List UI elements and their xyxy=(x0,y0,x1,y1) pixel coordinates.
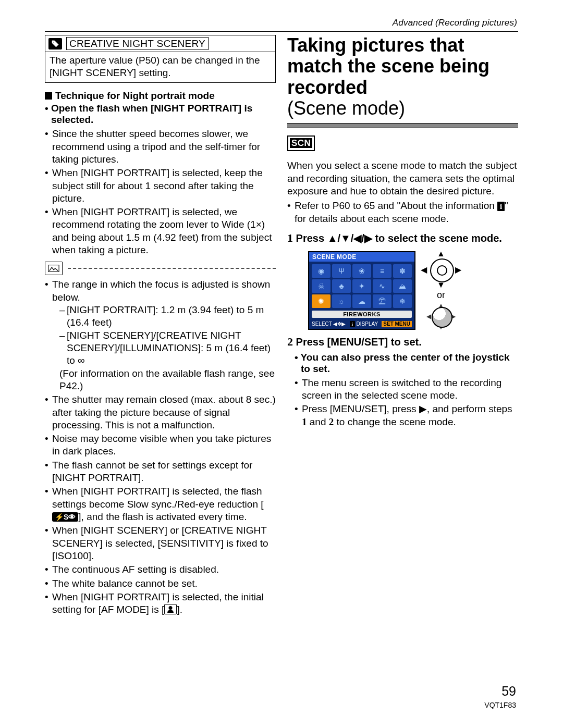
note-divider xyxy=(45,262,276,275)
sub-bullet: [NIGHT SCENERY]/[CREATIVE NIGHT SCENERY]… xyxy=(59,329,276,367)
divider xyxy=(45,31,518,32)
bullet: Press [MENU/SET], press ▶, and perform s… xyxy=(295,403,518,428)
bullet: The menu screen is switched to the recor… xyxy=(295,377,518,402)
palette-icon xyxy=(48,38,62,50)
or-label: or xyxy=(437,290,445,301)
bullet: The range in which the focus is adjusted… xyxy=(45,278,276,392)
af-mode-face-icon xyxy=(164,604,177,614)
lcd-title: SCENE MODE xyxy=(309,252,414,262)
refer-list: Refer to P60 to 65 and "About the inform… xyxy=(287,200,518,225)
flash-mode-icon: ⚡S👁 xyxy=(52,512,78,522)
sub-bullet: [NIGHT PORTRAIT]: 1.2 m (3.94 feet) to 5… xyxy=(59,304,276,329)
info-icon: i xyxy=(497,202,505,211)
intro-paragraph: When you select a scene mode to match th… xyxy=(287,159,518,198)
bullet: The continuous AF setting is disabled. xyxy=(45,563,276,576)
dpad-icon: ▲▼◀▶ xyxy=(424,252,458,287)
lcd-footer: SELECT ◀✥▶ i DISPLAY SET MENU xyxy=(309,320,414,329)
joystick-icon: ▲▼◀▶ xyxy=(429,304,454,329)
section-header: Advanced (Recording pictures) xyxy=(45,18,518,28)
svg-point-0 xyxy=(53,41,54,42)
tip-joystick: • You can also press the center of the j… xyxy=(287,352,518,375)
bullet: When [NIGHT SCENERY] or [CREATIVE NIGHT … xyxy=(45,524,276,562)
step-2: 2 Press [MENU/SET] to set. xyxy=(287,335,518,349)
lcd-selected-label: FIREWORKS xyxy=(312,311,412,318)
lcd-selected-cell: ✺ xyxy=(312,294,331,308)
bullet: The flash cannot be set for settings exc… xyxy=(45,459,276,485)
bullet: When [NIGHT PORTRAIT] is selected, keep … xyxy=(45,167,276,205)
paren-note: (For information on the available flash … xyxy=(52,367,276,393)
page-title: Taking pictures that match the scene bei… xyxy=(287,35,518,119)
bullet: When [NIGHT PORTRAIT] is selected, the f… xyxy=(45,485,276,523)
bullet: When [NIGHT PORTRAIT] is selected, we re… xyxy=(45,206,276,256)
lcd-preview: SCENE MODE ◉Ψ❀≡✽ ☠♣✦∿⛰ ✺☼☁⛱❄ FIREWORKS S… xyxy=(308,251,415,330)
controls: ▲▼◀▶ or ▲▼◀▶ xyxy=(424,252,458,329)
lcd-grid: ◉Ψ❀≡✽ ☠♣✦∿⛰ ✺☼☁⛱❄ xyxy=(309,262,414,311)
bullet-list-range: The range in which the focus is adjusted… xyxy=(45,278,276,616)
note-icon xyxy=(45,262,63,275)
bullet: When [NIGHT PORTRAIT] is selected, the i… xyxy=(45,591,276,616)
document-code: VQT1F83 xyxy=(484,701,516,709)
tip-open-flash: • Open the flash when [NIGHT PORTRAIT] i… xyxy=(45,103,276,126)
bullet-list-3: The menu screen is switched to the recor… xyxy=(287,377,518,428)
bullet-list-1: Since the shutter speed becomes slower, … xyxy=(45,128,276,256)
box-body: The aperture value (P50) can be changed … xyxy=(45,52,275,82)
svg-rect-1 xyxy=(48,265,59,272)
technique-heading: Technique for Night portrait mode xyxy=(45,90,276,102)
title-underline xyxy=(287,123,518,128)
bullet: Noise may become visible when you take p… xyxy=(45,433,276,458)
bullet: The white balance cannot be set. xyxy=(45,577,276,590)
page-number: 59 xyxy=(501,684,516,699)
bullet: Refer to P60 to 65 and "About the inform… xyxy=(287,200,518,225)
step-1: 1 Press ▲/▼/◀/▶ to select the scene mode… xyxy=(287,231,518,245)
creative-night-box: CREATIVE NIGHT SCENERY The aperture valu… xyxy=(45,35,276,83)
bullet: Since the shutter speed becomes slower, … xyxy=(45,128,276,166)
right-column: Taking pictures that match the scene bei… xyxy=(287,35,518,618)
box-title: CREATIVE NIGHT SCENERY xyxy=(69,38,205,49)
left-column: CREATIVE NIGHT SCENERY The aperture valu… xyxy=(45,35,276,618)
bullet: The shutter may remain closed (max. abou… xyxy=(45,393,276,431)
scn-mode-icon: SCN xyxy=(287,135,315,151)
